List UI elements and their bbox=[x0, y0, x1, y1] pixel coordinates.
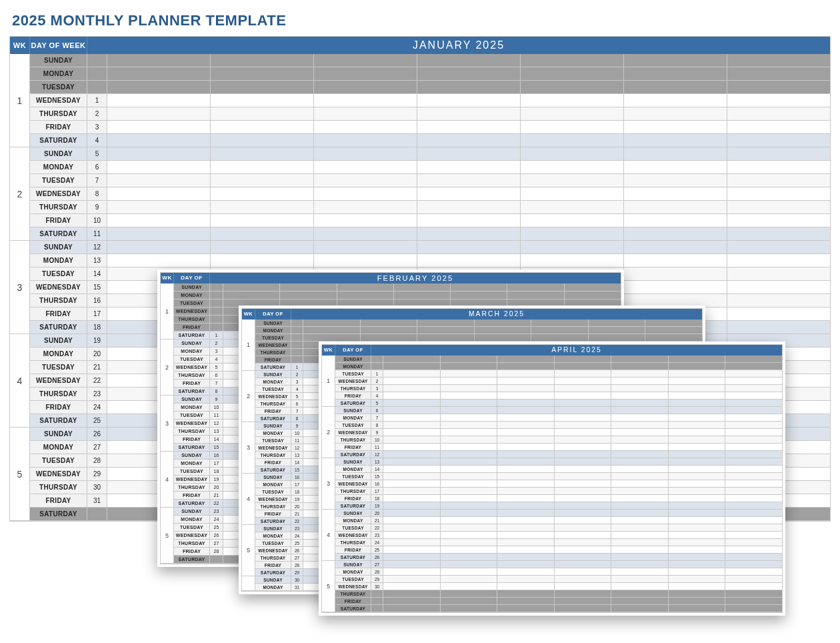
planner-cell[interactable] bbox=[441, 400, 498, 406]
planner-cell[interactable] bbox=[314, 134, 417, 147]
planner-cell[interactable] bbox=[669, 363, 726, 370]
planner-cell[interactable] bbox=[417, 187, 521, 200]
planner-cell[interactable] bbox=[589, 334, 646, 341]
planner-cell[interactable] bbox=[624, 161, 727, 173]
planner-cell[interactable] bbox=[555, 576, 612, 582]
planner-cell[interactable] bbox=[383, 605, 441, 612]
planner-cell[interactable] bbox=[725, 502, 782, 509]
planner-cell[interactable] bbox=[725, 451, 782, 458]
planner-cell[interactable] bbox=[531, 327, 589, 334]
planner-cell[interactable] bbox=[555, 400, 612, 406]
planner-cell[interactable] bbox=[727, 81, 830, 93]
planner-cell[interactable] bbox=[669, 444, 726, 450]
planner-cell[interactable] bbox=[107, 54, 211, 67]
planner-cell[interactable] bbox=[314, 67, 417, 80]
planner-cell[interactable] bbox=[441, 598, 498, 604]
planner-cell[interactable] bbox=[383, 480, 441, 487]
planner-cell[interactable] bbox=[555, 502, 612, 509]
planner-cell[interactable] bbox=[497, 451, 555, 458]
planner-cell[interactable] bbox=[669, 378, 726, 384]
planner-cell[interactable] bbox=[727, 54, 830, 67]
planner-cell[interactable] bbox=[383, 378, 441, 384]
planner-cell[interactable] bbox=[497, 436, 555, 443]
planner-cell[interactable] bbox=[383, 473, 441, 480]
planner-cell[interactable] bbox=[497, 576, 555, 582]
planner-cell[interactable] bbox=[107, 227, 211, 240]
planner-cell[interactable] bbox=[555, 568, 612, 575]
planner-cell[interactable] bbox=[725, 473, 782, 480]
planner-cell[interactable] bbox=[624, 201, 727, 213]
planner-cell[interactable] bbox=[497, 458, 555, 465]
planner-cell[interactable] bbox=[337, 283, 394, 291]
planner-cell[interactable] bbox=[475, 327, 532, 334]
planner-cell[interactable] bbox=[441, 576, 498, 582]
planner-cell[interactable] bbox=[497, 407, 555, 414]
planner-cell[interactable] bbox=[669, 466, 726, 472]
planner-cell[interactable] bbox=[280, 283, 337, 291]
planner-cell[interactable] bbox=[555, 539, 612, 546]
planner-cell[interactable] bbox=[624, 187, 727, 200]
planner-cell[interactable] bbox=[417, 81, 521, 93]
planner-cell[interactable] bbox=[451, 283, 507, 291]
planner-cell[interactable] bbox=[314, 94, 417, 107]
planner-cell[interactable] bbox=[383, 546, 441, 553]
planner-cell[interactable] bbox=[223, 291, 280, 299]
planner-cell[interactable] bbox=[383, 451, 441, 458]
planner-cell[interactable] bbox=[611, 400, 669, 406]
planner-cell[interactable] bbox=[417, 327, 475, 334]
planner-cell[interactable] bbox=[727, 161, 830, 173]
planner-cell[interactable] bbox=[314, 254, 417, 267]
planner-cell[interactable] bbox=[211, 94, 314, 107]
planner-cell[interactable] bbox=[555, 378, 612, 384]
planner-cell[interactable] bbox=[727, 307, 830, 320]
planner-cell[interactable] bbox=[497, 502, 555, 509]
planner-cell[interactable] bbox=[725, 561, 782, 568]
planner-cell[interactable] bbox=[211, 227, 314, 240]
planner-cell[interactable] bbox=[211, 134, 314, 147]
planner-cell[interactable] bbox=[611, 429, 669, 436]
planner-cell[interactable] bbox=[727, 147, 830, 160]
planner-cell[interactable] bbox=[383, 436, 441, 443]
planner-cell[interactable] bbox=[669, 576, 726, 582]
planner-cell[interactable] bbox=[383, 429, 441, 436]
planner-cell[interactable] bbox=[727, 294, 830, 307]
planner-cell[interactable] bbox=[531, 334, 589, 341]
planner-cell[interactable] bbox=[624, 267, 727, 280]
planner-cell[interactable] bbox=[383, 407, 441, 414]
planner-cell[interactable] bbox=[521, 254, 624, 267]
planner-cell[interactable] bbox=[303, 319, 361, 326]
planner-cell[interactable] bbox=[475, 334, 532, 341]
planner-cell[interactable] bbox=[441, 378, 498, 384]
planner-cell[interactable] bbox=[555, 510, 612, 516]
planner-cell[interactable] bbox=[725, 407, 782, 414]
planner-cell[interactable] bbox=[497, 466, 555, 472]
planner-cell[interactable] bbox=[417, 94, 521, 107]
planner-cell[interactable] bbox=[383, 502, 441, 509]
planner-cell[interactable] bbox=[669, 546, 726, 553]
planner-cell[interactable] bbox=[611, 458, 669, 465]
planner-cell[interactable] bbox=[521, 121, 624, 133]
planner-cell[interactable] bbox=[441, 488, 498, 494]
planner-cell[interactable] bbox=[555, 598, 612, 604]
planner-cell[interactable] bbox=[669, 407, 726, 414]
planner-cell[interactable] bbox=[727, 254, 830, 267]
planner-cell[interactable] bbox=[337, 291, 394, 299]
planner-cell[interactable] bbox=[223, 283, 280, 291]
planner-cell[interactable] bbox=[417, 174, 521, 187]
planner-cell[interactable] bbox=[555, 466, 612, 472]
planner-cell[interactable] bbox=[669, 458, 726, 465]
planner-cell[interactable] bbox=[314, 187, 417, 200]
planner-cell[interactable] bbox=[417, 241, 521, 253]
planner-cell[interactable] bbox=[624, 54, 727, 67]
planner-cell[interactable] bbox=[727, 134, 830, 147]
planner-cell[interactable] bbox=[669, 480, 726, 487]
planner-cell[interactable] bbox=[669, 590, 726, 597]
planner-cell[interactable] bbox=[107, 107, 211, 120]
planner-cell[interactable] bbox=[107, 94, 211, 107]
planner-cell[interactable] bbox=[314, 201, 417, 213]
planner-cell[interactable] bbox=[417, 254, 521, 267]
planner-cell[interactable] bbox=[303, 327, 361, 334]
planner-cell[interactable] bbox=[669, 517, 726, 524]
planner-cell[interactable] bbox=[417, 319, 475, 326]
planner-cell[interactable] bbox=[211, 161, 314, 173]
